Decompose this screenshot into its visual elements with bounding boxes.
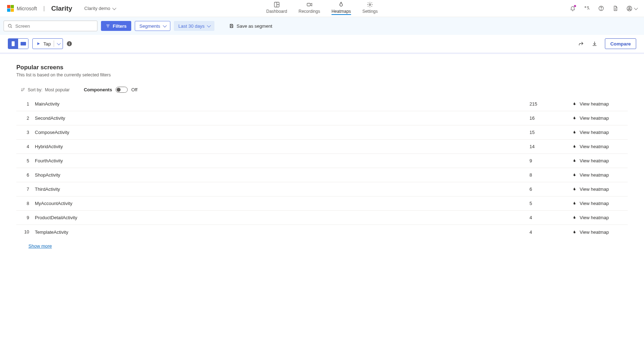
row-index: 5 <box>18 158 29 163</box>
row-count: 4 <box>529 230 554 235</box>
document-icon <box>612 5 618 11</box>
table-row: 9ProductDetailActivity4View heatmap <box>16 211 628 225</box>
heatmap-type-dropdown[interactable]: Tap <box>32 38 63 49</box>
nav-settings[interactable]: Settings <box>362 0 378 17</box>
save-segment-button[interactable]: Save as segment <box>224 21 277 31</box>
segments-dropdown[interactable]: Segments <box>135 21 170 31</box>
table-row: 8MyAccountActivity5View heatmap <box>16 196 628 211</box>
view-heatmap-button[interactable]: View heatmap <box>554 101 626 107</box>
filters-label: Filters <box>113 23 127 29</box>
row-count: 8 <box>529 172 554 178</box>
row-count: 9 <box>529 158 554 163</box>
nav-recordings-label: Recordings <box>298 9 320 14</box>
brand-text: Microsoft <box>17 6 37 11</box>
filters-button[interactable]: Filters <box>101 21 131 31</box>
view-heatmap-label: View heatmap <box>580 201 609 206</box>
separator <box>54 41 54 47</box>
apps-button[interactable] <box>584 5 590 12</box>
view-heatmap-button[interactable]: View heatmap <box>554 115 626 121</box>
notifications-button[interactable] <box>569 5 576 12</box>
view-heatmap-label: View heatmap <box>580 101 609 107</box>
components-state: Off <box>131 87 137 92</box>
row-index: 4 <box>18 144 29 149</box>
topbar-right <box>569 5 637 12</box>
row-name: MyAccountActivity <box>29 201 529 206</box>
row-index: 3 <box>18 130 29 135</box>
flame-icon <box>572 230 577 234</box>
apps-icon <box>584 5 590 11</box>
table-row: 7ThirdActivity6View heatmap <box>16 182 628 196</box>
portrait-icon <box>11 41 15 47</box>
row-count: 215 <box>529 101 554 107</box>
download-button[interactable] <box>591 41 598 47</box>
info-button[interactable]: i <box>67 41 72 46</box>
table-row: 2SecondActivity16View heatmap <box>16 111 628 125</box>
viewmode-landscape-button[interactable] <box>18 39 28 49</box>
show-more-link[interactable]: Show more <box>28 243 628 249</box>
daterange-dropdown[interactable]: Last 30 days <box>174 21 215 31</box>
viewmode-portrait-button[interactable] <box>8 39 18 49</box>
compare-button[interactable]: Compare <box>605 38 636 49</box>
row-index: 2 <box>18 116 29 121</box>
sort-value: Most popular <box>45 87 69 92</box>
account-dropdown[interactable] <box>626 5 637 12</box>
share-button[interactable] <box>578 41 584 47</box>
account-icon <box>626 5 633 12</box>
nav-heatmaps-label: Heatmaps <box>331 9 351 15</box>
project-dropdown[interactable]: Clarity demo <box>84 6 115 11</box>
nav-dashboard[interactable]: Dashboard <box>266 0 288 17</box>
search-input[interactable] <box>15 23 94 29</box>
chevron-down-icon <box>112 6 116 10</box>
sort-dropdown[interactable]: Sort by: Most popular <box>21 87 70 92</box>
nav-dashboard-label: Dashboard <box>266 9 287 14</box>
flame-icon <box>572 215 577 220</box>
svg-rect-20 <box>12 41 15 46</box>
filter-icon <box>106 24 110 28</box>
row-index: 1 <box>18 102 29 107</box>
view-heatmap-button[interactable]: View heatmap <box>554 187 626 192</box>
view-heatmap-label: View heatmap <box>580 215 609 220</box>
row-count: 16 <box>529 115 554 121</box>
flame-icon <box>572 158 577 163</box>
view-heatmap-button[interactable]: View heatmap <box>554 172 626 178</box>
row-name: FourthActivity <box>29 158 529 163</box>
view-heatmap-button[interactable]: View heatmap <box>554 144 626 149</box>
svg-point-8 <box>601 9 601 10</box>
help-icon <box>598 5 604 11</box>
search-box[interactable] <box>4 21 97 31</box>
components-control: Components Off <box>84 87 138 93</box>
page-subtitle: This list is based on the currently sele… <box>16 72 628 77</box>
document-button[interactable] <box>612 5 618 12</box>
video-icon <box>306 1 313 8</box>
heatmap-type-label: Tap <box>43 41 51 47</box>
brand-separator: | <box>43 5 45 12</box>
row-name: ShopActivity <box>29 172 529 178</box>
view-heatmap-button[interactable]: View heatmap <box>554 201 626 206</box>
chevron-down-icon <box>634 6 638 10</box>
help-button[interactable] <box>598 5 604 12</box>
gear-icon <box>367 1 373 8</box>
nav-settings-label: Settings <box>362 9 378 14</box>
flame-icon <box>572 173 577 177</box>
flame-icon <box>572 130 577 135</box>
nav-recordings[interactable]: Recordings <box>298 0 321 17</box>
view-heatmap-label: View heatmap <box>580 130 609 135</box>
components-toggle[interactable] <box>116 87 128 93</box>
row-index: 8 <box>18 201 29 206</box>
view-heatmap-button[interactable]: View heatmap <box>554 230 626 235</box>
product-name: Clarity <box>51 5 72 12</box>
screens-table: 1MainActivity215View heatmap2SecondActiv… <box>16 97 628 239</box>
flame-icon <box>572 102 577 106</box>
view-heatmap-button[interactable]: View heatmap <box>554 130 626 135</box>
view-heatmap-button[interactable]: View heatmap <box>554 215 626 220</box>
row-count: 5 <box>529 201 554 206</box>
table-row: 5FourthActivity9View heatmap <box>16 154 628 168</box>
search-icon <box>7 23 12 28</box>
row-index: 9 <box>18 215 29 220</box>
flame-icon <box>572 116 577 120</box>
nav-heatmaps[interactable]: Heatmaps <box>331 0 352 17</box>
microsoft-logo-icon <box>7 5 14 12</box>
row-name: ComposeActivity <box>29 130 529 135</box>
view-heatmap-button[interactable]: View heatmap <box>554 158 626 163</box>
table-row: 6ShopActivity8View heatmap <box>16 168 628 182</box>
